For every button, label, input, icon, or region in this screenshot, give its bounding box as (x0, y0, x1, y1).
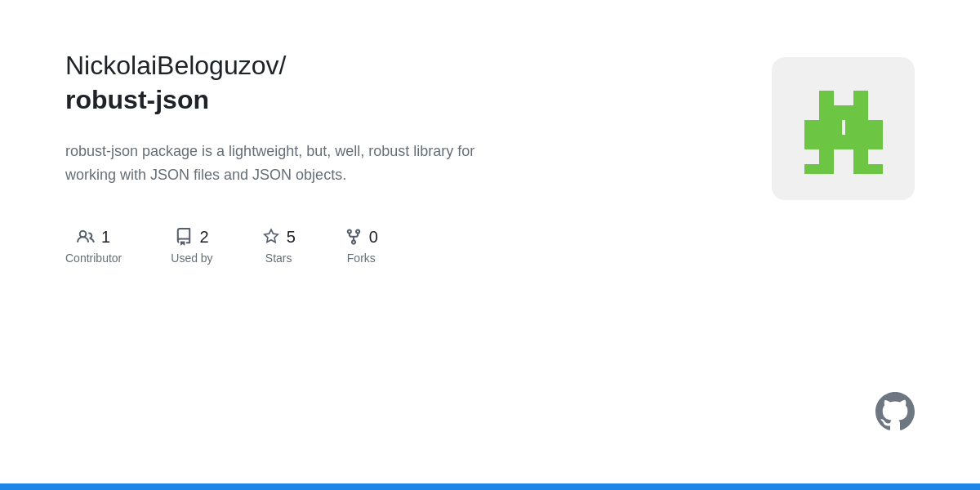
svg-rect-19 (853, 164, 868, 174)
bottom-bar (0, 483, 980, 490)
forks-count: 0 (369, 228, 378, 247)
svg-rect-8 (834, 120, 842, 135)
svg-rect-4 (834, 105, 853, 120)
stat-used-by-top: 2 (175, 228, 208, 247)
svg-rect-20 (868, 164, 883, 174)
stars-label: Stars (265, 252, 292, 265)
github-icon-container[interactable] (875, 392, 915, 434)
repo-description: robust-json package is a lightweight, bu… (65, 140, 523, 187)
github-icon (875, 392, 915, 431)
repo-name: robust-json (65, 83, 772, 118)
stat-forks-top: 0 (345, 228, 378, 247)
forks-label: Forks (347, 252, 376, 265)
repo-title-block: NickolaiBeloguzov/ robust-json (65, 49, 772, 117)
stat-contributors[interactable]: 1 Contributor (65, 228, 122, 265)
svg-rect-1 (819, 91, 834, 105)
right-section (772, 49, 915, 200)
svg-rect-6 (804, 120, 819, 135)
main-content: NickolaiBeloguzov/ robust-json robust-js… (0, 0, 980, 483)
svg-rect-12 (804, 135, 819, 149)
svg-rect-18 (819, 164, 834, 174)
used-by-count: 2 (199, 228, 208, 247)
repo-owner: NickolaiBeloguzov/ (65, 49, 772, 83)
svg-rect-10 (853, 120, 868, 135)
stat-stars-top: 5 (262, 228, 296, 247)
stars-icon (262, 228, 280, 246)
svg-rect-13 (819, 135, 868, 149)
stat-used-by[interactable]: 2 Used by (171, 228, 212, 265)
used-by-label: Used by (171, 252, 212, 265)
contributors-label: Contributor (65, 252, 122, 265)
svg-rect-9 (845, 120, 853, 135)
svg-rect-7 (819, 120, 834, 135)
left-section: NickolaiBeloguzov/ robust-json robust-js… (65, 49, 772, 265)
svg-rect-5 (853, 105, 868, 120)
stat-forks[interactable]: 0 Forks (345, 228, 378, 265)
forks-icon (345, 228, 363, 246)
repo-avatar (772, 57, 915, 200)
used-by-icon (175, 228, 193, 246)
stat-stars[interactable]: 5 Stars (262, 228, 296, 265)
stats-row: 1 Contributor 2 Used by (65, 228, 772, 265)
svg-rect-15 (819, 149, 834, 164)
stat-contributors-top: 1 (77, 228, 110, 247)
svg-rect-2 (853, 91, 868, 105)
robot-avatar-svg (791, 76, 897, 182)
svg-rect-14 (868, 135, 883, 149)
stars-count: 5 (287, 228, 296, 247)
contributors-count: 1 (101, 228, 110, 247)
svg-rect-16 (853, 149, 868, 164)
svg-rect-11 (868, 120, 883, 135)
contributors-icon (77, 228, 95, 246)
svg-rect-3 (819, 105, 834, 120)
svg-rect-17 (804, 164, 819, 174)
